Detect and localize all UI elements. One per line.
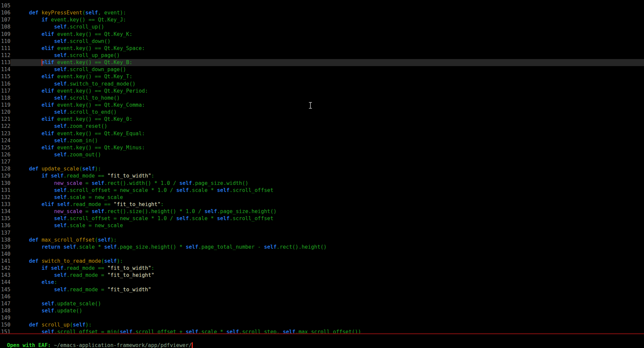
code-line[interactable]: 131 self.scroll_offset = new_scale * 1.0… [0, 187, 644, 194]
code-line[interactable]: 151 self.scroll_offset = min(self.scroll… [0, 329, 644, 333]
code-line[interactable]: 146 [0, 293, 644, 300]
code-line[interactable]: 149 [0, 314, 644, 321]
code-token-code: .scroll_offset [230, 215, 274, 221]
code-line[interactable]: 145 self.read_mode = "fit_to_width" [0, 286, 644, 293]
code-token-code [16, 52, 54, 58]
code-token-kw: elif [42, 131, 54, 137]
code-line[interactable]: 125 elif event.key() == Qt.Key_Minus: [0, 144, 644, 151]
code-line[interactable]: 113 elif event.key() == Qt.Key_B: [0, 59, 644, 66]
code-line[interactable]: 107 if event.key() == Qt.Key_J: [0, 16, 644, 23]
code-token-code: .read_mode = [66, 272, 107, 278]
code-line[interactable]: 116 self.switch_to_read_mode() [0, 81, 644, 88]
code-token-kw: self [186, 329, 198, 333]
code-line[interactable]: 148 self.update() [0, 307, 644, 314]
line-number: 124 [0, 137, 10, 144]
code-token-code: .read_mode = [66, 287, 107, 293]
code-line[interactable]: 147 self.update_scale() [0, 300, 644, 307]
code-token-kw: self [54, 24, 66, 30]
code-line[interactable]: 140 [0, 251, 644, 258]
code-line[interactable]: 130 new_scale = self.rect().width() * 1.… [0, 180, 644, 187]
code-token-code: .scroll_to_home() [66, 95, 120, 101]
code-line[interactable]: 124 self.zoom_in() [0, 137, 644, 144]
code-line-content: self.scroll_up_page() [10, 52, 644, 59]
code-buffer[interactable]: qp.drawPixmap(0, (index - self.start_pag… [0, 0, 644, 333]
code-line[interactable]: 119 elif event.key() == Qt.Key_Comma: [0, 102, 644, 109]
line-number: 117 [0, 88, 10, 95]
code-token-kw: def [29, 10, 38, 16]
code-line-content: elif event.key() == Qt.Key_Space: [10, 45, 644, 52]
code-line[interactable]: 112 self.scroll_up_page() [0, 52, 644, 59]
code-line[interactable]: 126 self.zoom_out() [0, 151, 644, 158]
code-line-content: self.zoom_reset() [10, 123, 644, 130]
code-line-content: def keyPressEvent(self, event): [10, 9, 644, 16]
code-token-kw: self [283, 329, 295, 333]
code-line[interactable]: 117 elif event.key() == Qt.Key_Period: [0, 88, 644, 95]
code-token-code [16, 45, 42, 51]
line-number: 133 [0, 201, 10, 208]
code-line[interactable]: 137 [0, 230, 644, 237]
line-number: 114 [0, 66, 10, 73]
code-token-kw: self [54, 272, 66, 278]
code-token-kw: def [29, 322, 38, 328]
code-line[interactable]: 105 [0, 2, 644, 9]
code-line[interactable]: 123 elif event.key() == Qt.Key_Equal: [0, 130, 644, 137]
code-line[interactable]: 150 def scroll_up(self): [0, 321, 644, 329]
code-line[interactable]: 111 elif event.key() == Qt.Key_Space: [0, 45, 644, 52]
code-line[interactable]: 129 if self.read_mode == "fit_to_width": [0, 172, 644, 180]
code-line[interactable]: 133 elif self.read_mode == "fit_to_heigh… [0, 201, 644, 208]
code-line[interactable]: 135 self.scroll_offset = new_scale * 1.0… [0, 215, 644, 222]
code-token-code [16, 102, 42, 108]
code-token-code: ( [82, 10, 85, 16]
code-line-content: elif event.key() == Qt.Key_Comma: [10, 102, 644, 109]
code-line[interactable]: 120 self.scroll_to_end() [0, 109, 644, 116]
code-line[interactable]: 108 self.scroll_up() [0, 23, 644, 31]
code-token-kw: self [98, 237, 110, 243]
code-line[interactable]: 141 def switch_to_read_mode(self): [0, 258, 644, 265]
code-line[interactable]: 136 self.scale = new_scale [0, 222, 644, 229]
code-line-content: new_scale = self.rect().width() * 1.0 / … [10, 180, 644, 187]
code-token-code: ( [101, 258, 104, 264]
code-line[interactable]: 121 elif event.key() == Qt.Key_0: [0, 116, 644, 123]
code-line[interactable]: 110 self.scroll_down() [0, 38, 644, 45]
code-token-code: event.key() == Qt.Key_Equal: [54, 131, 145, 137]
code-line[interactable]: 144 else: [0, 279, 644, 286]
code-token-code [16, 308, 42, 314]
code-line[interactable]: 132 self.scale = new_scale [0, 194, 644, 201]
code-line[interactable]: 143 self.read_mode = "fit_to_height" [0, 272, 644, 279]
code-token-code: = [82, 208, 92, 214]
code-line[interactable]: 109 elif event.key() == Qt.Key_K: [0, 31, 644, 38]
code-line[interactable]: 138 def max_scroll_offset(self): [0, 237, 644, 244]
minibuffer[interactable]: Open with EAF: ~/emacs-application-frame… [1, 335, 193, 342]
code-line[interactable]: 118 self.scroll_to_home() [0, 95, 644, 102]
code-line[interactable]: 139 return self.scale * self.page_size.h… [0, 244, 644, 251]
line-number: 111 [0, 45, 10, 52]
code-line[interactable]: 142 if self.read_mode == "fit_to_width": [0, 265, 644, 272]
code-token-str: "fit_to_width" [107, 287, 151, 293]
code-token-kw: self [85, 10, 98, 16]
line-number: 123 [0, 130, 10, 137]
code-line[interactable]: 127 [0, 158, 644, 165]
code-token-code: .scroll_up_page() [66, 52, 120, 58]
code-token-code [16, 95, 54, 101]
code-token-str: "fit_to_height" [107, 272, 154, 278]
code-token-kw: self [54, 287, 66, 293]
code-line[interactable]: 122 self.zoom_reset() [0, 123, 644, 130]
code-token-code: .zoom_in() [66, 138, 98, 144]
code-token-code: .scale * [198, 329, 226, 333]
code-token-kw: self [54, 215, 66, 221]
minibuffer-input[interactable]: ~/emacs-application-framework/app/pdfvie… [54, 342, 192, 348]
code-token-kw: self [54, 222, 66, 229]
line-number: 113 [0, 59, 10, 66]
code-line[interactable]: 134 new_scale = self.rect().size().heigh… [0, 208, 644, 215]
code-line[interactable]: 106 def keyPressEvent(self, event): [0, 9, 644, 16]
code-token-code [16, 109, 54, 115]
code-line[interactable]: 128 def update_scale(self): [0, 165, 644, 172]
code-token-code [16, 322, 29, 328]
line-number: 131 [0, 187, 10, 194]
code-line[interactable]: 115 elif event.key() == Qt.Key_T: [0, 73, 644, 80]
code-line-content: if self.read_mode == "fit_to_width": [10, 265, 644, 272]
code-token-code [16, 38, 54, 44]
code-line[interactable]: 114 self.scroll_down_page() [0, 66, 644, 73]
line-number: 120 [0, 109, 10, 116]
code-line-content: self.update_scale() [10, 300, 644, 307]
